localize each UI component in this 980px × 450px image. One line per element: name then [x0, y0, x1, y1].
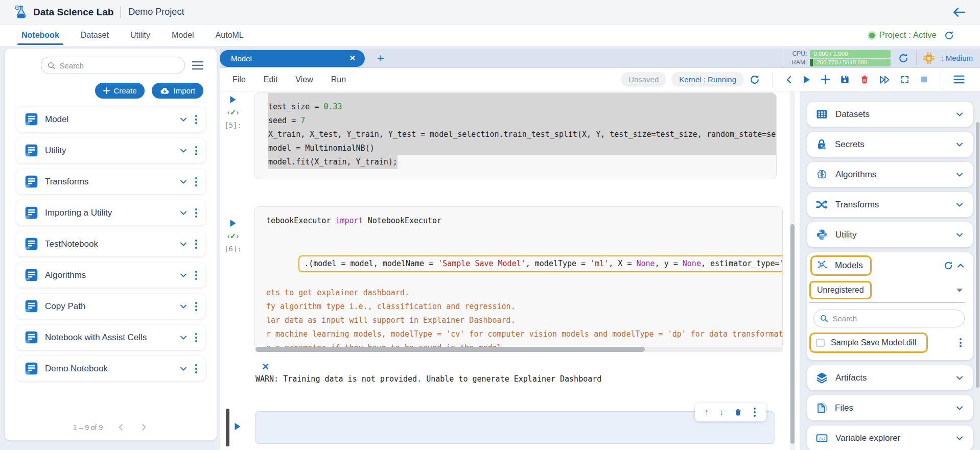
horizontal-scrollbar-thumb[interactable]: [255, 347, 645, 352]
chevron-down-icon[interactable]: [955, 374, 964, 382]
section-utility[interactable]: Utility: [807, 222, 973, 247]
notebook-tab-model[interactable]: Model ✕: [220, 50, 365, 67]
nav-tab-automl[interactable]: AutoML: [215, 26, 245, 45]
chevron-down-icon[interactable]: [179, 271, 188, 279]
run-cell2-icon[interactable]: [229, 219, 237, 227]
add-tab-button[interactable]: +: [377, 52, 384, 64]
menu-edit[interactable]: Edit: [264, 75, 278, 84]
back-arrow-icon[interactable]: [952, 7, 966, 18]
run-all-button[interactable]: [879, 75, 890, 84]
nav-tab-utility[interactable]: Utility: [129, 26, 151, 45]
chevron-down-icon[interactable]: [955, 171, 964, 179]
section-secrets[interactable]: Secrets: [807, 132, 973, 157]
chevron-down-icon[interactable]: [179, 240, 188, 248]
chevron-down-icon[interactable]: [955, 201, 964, 209]
notebook-list-item[interactable]: Model: [16, 107, 205, 132]
sidebar-scrollbar-thumb[interactable]: [976, 122, 979, 388]
model-checkbox[interactable]: [816, 339, 825, 347]
notebook-list-item[interactable]: Copy Path: [16, 294, 205, 319]
code-cell-1[interactable]: = array[:,4] test_size = 0.33seed = 7X_t…: [254, 92, 777, 179]
list-menu-icon[interactable]: [192, 61, 203, 70]
chevron-down-icon[interactable]: [179, 365, 188, 373]
save-notebook-button[interactable]: [840, 75, 850, 84]
model-file-item[interactable]: Sample Save Model.dill: [809, 333, 928, 353]
delete-cell-button[interactable]: [860, 75, 869, 84]
menu-run[interactable]: Run: [331, 75, 346, 84]
run-cell1-icon[interactable]: [229, 96, 237, 104]
notebook-item-menu[interactable]: [194, 301, 198, 312]
chevron-down-icon[interactable]: [955, 140, 964, 149]
nav-tab-dataset[interactable]: Dataset: [80, 26, 110, 45]
notebook-list-item[interactable]: Importing a Utility: [16, 200, 205, 225]
cell-more-menu[interactable]: [753, 407, 757, 418]
section-variable-explorer[interactable]: (x) Variable explorer: [807, 425, 973, 450]
delete-cell3-button[interactable]: [734, 408, 742, 416]
chevron-down-icon[interactable]: [955, 231, 964, 239]
project-refresh-button[interactable]: [944, 30, 954, 41]
sidebar-search-input[interactable]: [59, 61, 178, 70]
notebook-item-menu[interactable]: [194, 239, 198, 250]
resources-refresh-button[interactable]: [898, 53, 909, 64]
nav-tab-model[interactable]: Model: [171, 26, 195, 45]
notebook-list-item[interactable]: Transforms: [16, 169, 205, 194]
run-cell3-icon[interactable]: [234, 422, 241, 431]
tab-close-icon[interactable]: ✕: [349, 54, 356, 63]
collapse-panel-button[interactable]: [785, 76, 792, 84]
vertical-scrollbar[interactable]: [790, 91, 795, 450]
notebook-list-item[interactable]: Algorithms: [16, 263, 205, 288]
move-cell-down-button[interactable]: ↓: [719, 408, 724, 417]
notebook-list-item[interactable]: Utility: [16, 138, 205, 163]
chevron-up-icon[interactable]: [956, 262, 965, 270]
chevron-down-icon[interactable]: [179, 209, 188, 217]
chevron-down-icon[interactable]: [955, 110, 964, 119]
code-cell-2[interactable]: tebookExecutor import NotebookExecutor .…: [254, 206, 783, 350]
horizontal-scrollbar[interactable]: [255, 347, 783, 352]
notebook-list-item[interactable]: Demo Notebook: [16, 356, 205, 381]
pagination-prev-button[interactable]: [116, 422, 126, 432]
sidebar-scrollbar[interactable]: [975, 102, 980, 439]
chevron-down-icon[interactable]: [179, 334, 188, 342]
sidebar-search[interactable]: [41, 57, 185, 74]
chevron-down-icon[interactable]: [179, 115, 188, 124]
section-files[interactable]: Files: [807, 395, 973, 420]
chevron-down-icon[interactable]: [955, 434, 964, 442]
section-algorithms[interactable]: Algorithms: [807, 162, 973, 187]
model-filter-select[interactable]: Unregistered: [809, 281, 965, 303]
section-artifacts[interactable]: Artifacts: [807, 365, 973, 390]
notebook-list-item[interactable]: TestNotebook: [16, 231, 205, 256]
chevron-down-icon[interactable]: [179, 147, 188, 155]
notebook-item-menu[interactable]: [194, 332, 198, 343]
chevron-down-icon[interactable]: [179, 302, 188, 311]
run-cell-button[interactable]: [803, 75, 811, 84]
notebook-item-menu[interactable]: [194, 176, 198, 187]
chevron-down-icon[interactable]: [955, 404, 964, 412]
more-menu-button[interactable]: [953, 75, 965, 84]
model-item-menu[interactable]: [959, 337, 963, 348]
notebook-item-menu[interactable]: [194, 363, 198, 374]
models-section-highlight[interactable]: Models: [810, 255, 872, 276]
vertical-scrollbar-thumb[interactable]: [790, 224, 795, 444]
notebook-item-menu[interactable]: [194, 114, 198, 125]
move-cell-up-button[interactable]: ↑: [705, 408, 709, 417]
section-transforms[interactable]: Transforms: [807, 192, 973, 217]
kernel-refresh-button[interactable]: [749, 74, 760, 85]
models-search[interactable]: [813, 310, 965, 327]
nav-tab-notebook[interactable]: Notebook: [20, 26, 60, 45]
models-search-input[interactable]: [832, 314, 958, 323]
stop-kernel-button[interactable]: [920, 75, 928, 84]
models-refresh-button[interactable]: [943, 260, 953, 271]
menu-file[interactable]: File: [232, 75, 246, 84]
notebook-item-menu[interactable]: [194, 207, 198, 219]
fullscreen-button[interactable]: [900, 75, 909, 84]
menu-view[interactable]: View: [295, 75, 313, 84]
add-cell-button[interactable]: [821, 75, 830, 84]
import-button[interactable]: Import: [152, 83, 203, 99]
close-output-icon[interactable]: ✕: [262, 361, 269, 372]
notebook-item-menu[interactable]: [194, 270, 198, 281]
section-datasets[interactable]: Datasets: [807, 102, 973, 127]
create-button[interactable]: Create: [95, 83, 145, 99]
chevron-down-icon[interactable]: [179, 178, 188, 186]
notebook-list-item[interactable]: Notebook with Assist Cells: [16, 325, 205, 350]
pagination-next-button[interactable]: [139, 422, 149, 432]
notebook-item-menu[interactable]: [194, 145, 198, 156]
